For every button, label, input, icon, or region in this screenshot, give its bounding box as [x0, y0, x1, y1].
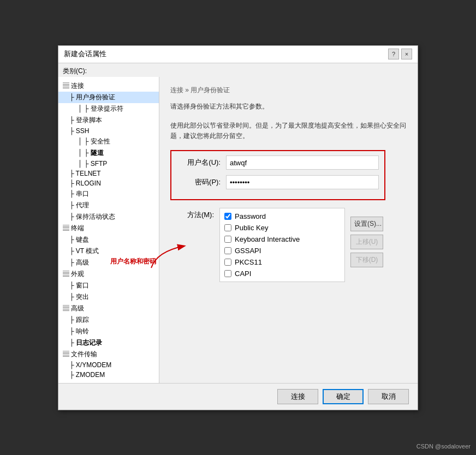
sidebar-item-telnet[interactable]: ├ TELNET	[58, 169, 159, 178]
sidebar-item-proxy[interactable]: ├ 代理	[58, 200, 159, 211]
sidebar-item-highlight[interactable]: ├ 突出	[58, 291, 159, 303]
settings-button[interactable]: 设置(S)...	[350, 217, 383, 231]
ok-button[interactable]: 确定	[323, 389, 364, 404]
sidebar-item-security[interactable]: │ ├ 安全性	[58, 136, 159, 147]
help-button[interactable]: ?	[388, 49, 399, 59]
method-item-publickey[interactable]: Public Key	[220, 222, 344, 234]
breadcrumb: 连接 » 用户身份验证	[170, 86, 407, 95]
move-up-button[interactable]: 上移(U)	[350, 235, 383, 249]
connect-button[interactable]: 连接	[277, 389, 318, 404]
dialog-body: ▤ 连接├ 用户身份验证│ ├ 登录提示符├ 登录脚本├ SSH│ ├ 安全性│…	[58, 77, 418, 383]
method-label-pkcs11: PKCS11	[235, 258, 262, 266]
sidebar-item-window[interactable]: ├ 窗口	[58, 280, 159, 291]
sidebar-item-zmodem[interactable]: ├ ZMODEM	[58, 370, 159, 380]
sidebar-item-keepalive[interactable]: ├ 保持活动状态	[58, 211, 159, 223]
sidebar-item-advanced2[interactable]: ▤ 高级	[58, 303, 159, 314]
method-dropdown: PasswordPublic KeyKeyboard InteractiveGS…	[219, 208, 345, 282]
sidebar: ▤ 连接├ 用户身份验证│ ├ 登录提示符├ 登录脚本├ SSH│ ├ 安全性│…	[58, 77, 159, 383]
method-label-publickey: Public Key	[235, 224, 268, 232]
arrow-icon	[146, 241, 195, 271]
sidebar-item-login-hint[interactable]: │ ├ 登录提示符	[58, 103, 159, 115]
method-item-gssapi[interactable]: GSSAPI	[220, 245, 344, 256]
method-checkbox-capi[interactable]	[224, 270, 231, 277]
sidebar-item-trace[interactable]: ├ 跟踪	[58, 314, 159, 326]
sidebar-item-tunnel[interactable]: │ ├ 隧道	[58, 147, 159, 159]
category-label: 类别(C):	[58, 63, 418, 77]
method-label-capi: CAPI	[235, 270, 251, 278]
method-label-keyboard: Keyboard Interactive	[235, 235, 300, 243]
sidebar-item-logging[interactable]: ├ 日志记录	[58, 337, 159, 349]
close-button[interactable]: ×	[401, 49, 412, 59]
sidebar-item-vt-mode[interactable]: ├ VT 模式	[58, 246, 159, 257]
method-checkbox-keyboard[interactable]	[224, 236, 231, 243]
method-item-pkcs11[interactable]: PKCS11	[220, 256, 344, 268]
sidebar-item-xymodem[interactable]: ├ X/YMODEM	[58, 360, 159, 370]
method-checkbox-publickey[interactable]	[224, 224, 231, 231]
section-desc2: 使用此部分以节省登录时间。但是，为了最大限度地提高安全性，如果担心安全问题，建议…	[170, 121, 407, 141]
side-buttons: 设置(S)... 上移(U) 下移(D)	[345, 208, 389, 276]
password-label: 密码(P):	[177, 177, 221, 187]
method-item-keyboard[interactable]: Keyboard Interactive	[220, 234, 344, 245]
sidebar-item-rlogin[interactable]: ├ RLOGIN	[58, 178, 159, 188]
sidebar-item-ssh[interactable]: ├ SSH	[58, 126, 159, 136]
sidebar-item-keyboard[interactable]: ├ 键盘	[58, 234, 159, 246]
method-item-capi[interactable]: CAPI	[220, 268, 344, 279]
sidebar-item-filetransfer[interactable]: ▤ 文件传输	[58, 349, 159, 360]
password-input[interactable]	[226, 175, 379, 189]
username-row: 用户名(U):	[177, 155, 379, 170]
move-down-button[interactable]: 下移(D)	[350, 253, 383, 267]
sidebar-item-terminal[interactable]: ▤ 终端	[58, 223, 159, 234]
watermark: CSDN @sodaloveer	[416, 443, 471, 450]
title-bar: 新建会话属性 ? ×	[58, 46, 418, 63]
sidebar-item-sftp[interactable]: │ ├ SFTP	[58, 159, 159, 169]
section-desc1: 请选择身份验证方法和其它参数。	[170, 101, 407, 112]
username-input[interactable]	[226, 155, 379, 170]
method-label: 方法(M):	[170, 210, 214, 220]
method-label-password: Password	[235, 212, 266, 220]
method-checkbox-gssapi[interactable]	[224, 247, 231, 254]
dialog: 新建会话属性 ? × 类别(C): ▤ 连接├ 用户身份验证│ ├ 登录提示符├…	[58, 45, 418, 410]
sidebar-item-bell[interactable]: ├ 响铃	[58, 326, 159, 337]
method-checkbox-pkcs11[interactable]	[224, 259, 231, 266]
main-content: 连接 » 用户身份验证 请选择身份验证方法和其它参数。 使用此部分以节省登录时间…	[159, 77, 418, 383]
method-checkbox-password[interactable]	[224, 213, 231, 220]
dialog-footer: 连接 确定 取消	[58, 383, 418, 410]
username-label: 用户名(U):	[177, 158, 221, 167]
sidebar-item-serial[interactable]: ├ 串口	[58, 188, 159, 200]
sidebar-item-appearance[interactable]: ▤ 外观	[58, 268, 159, 280]
password-row: 密码(P):	[177, 175, 379, 189]
method-label-gssapi: GSSAPI	[235, 247, 261, 255]
cancel-button[interactable]: 取消	[368, 389, 409, 404]
title-buttons: ? ×	[388, 49, 412, 59]
dialog-title: 新建会话属性	[64, 49, 106, 59]
sidebar-item-connect[interactable]: ▤ 连接	[58, 80, 159, 92]
sidebar-item-user-auth[interactable]: ├ 用户身份验证	[58, 92, 159, 103]
sidebar-item-login-script[interactable]: ├ 登录脚本	[58, 115, 159, 126]
method-item-password[interactable]: Password	[220, 211, 344, 222]
